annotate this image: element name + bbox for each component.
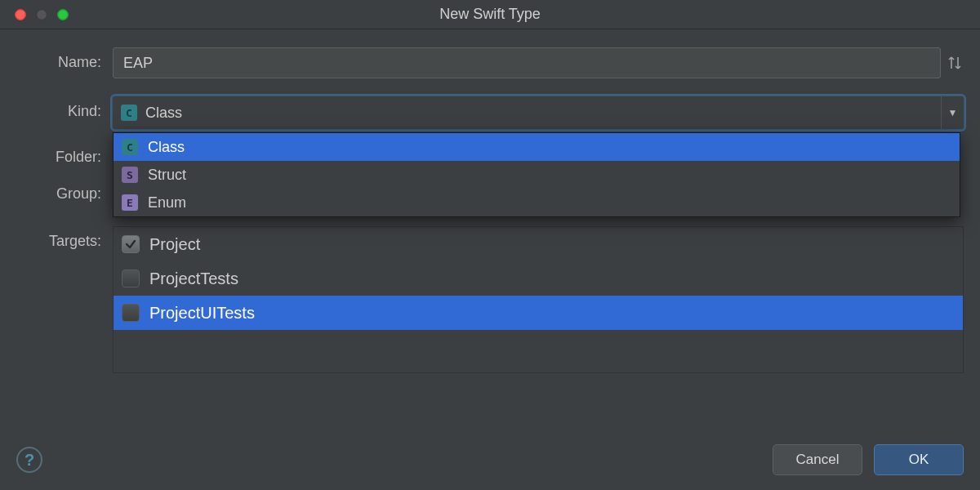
name-input[interactable] <box>113 47 941 78</box>
target-item-projectuitests[interactable]: ProjectUITests <box>114 296 963 330</box>
kind-option-class[interactable]: C Class <box>114 133 960 161</box>
minimize-window-button[interactable] <box>36 9 47 20</box>
kind-option-enum[interactable]: E Enum <box>114 189 960 216</box>
group-label: Group: <box>16 179 113 203</box>
target-item-project[interactable]: Project <box>114 227 963 261</box>
target-item-label: Project <box>149 235 200 254</box>
struct-icon: S <box>122 167 138 183</box>
class-icon: C <box>122 139 138 155</box>
chevron-down-icon: ▼ <box>941 96 964 129</box>
kind-selected-label: Class <box>145 105 182 122</box>
name-label: Name: <box>16 47 113 71</box>
target-item-projecttests[interactable]: ProjectTests <box>114 261 963 296</box>
kind-combobox[interactable]: C Class ▼ <box>113 96 964 129</box>
targets-label: Targets: <box>16 226 113 250</box>
zoom-window-button[interactable] <box>57 9 69 20</box>
cancel-button[interactable]: Cancel <box>773 444 862 475</box>
kind-option-label: Class <box>148 139 185 156</box>
kind-option-label: Struct <box>148 167 186 184</box>
kind-label: Kind: <box>16 96 113 120</box>
close-window-button[interactable] <box>15 9 26 20</box>
target-item-label: ProjectTests <box>149 270 238 288</box>
kind-option-struct[interactable]: S Struct <box>114 161 960 189</box>
ok-button[interactable]: OK <box>874 444 964 475</box>
kind-dropdown-list: C Class S Struct E Enum <box>113 132 960 217</box>
target-item-label: ProjectUITests <box>149 304 255 323</box>
class-icon: C <box>121 105 137 121</box>
checkbox-checked-icon[interactable] <box>122 235 140 253</box>
help-button[interactable]: ? <box>16 447 42 473</box>
kind-option-label: Enum <box>148 194 186 212</box>
checkbox-unchecked-icon[interactable] <box>122 304 140 322</box>
checkbox-unchecked-icon[interactable] <box>122 270 140 287</box>
enum-icon: E <box>122 194 138 211</box>
targets-list: Project ProjectTests ProjectUITests <box>113 226 964 373</box>
window-title: New Swift Type <box>0 6 980 23</box>
folder-label: Folder: <box>16 142 113 166</box>
traffic-lights <box>0 9 69 20</box>
window-titlebar: New Swift Type <box>0 0 980 29</box>
sort-arrows-icon[interactable] <box>946 47 964 78</box>
